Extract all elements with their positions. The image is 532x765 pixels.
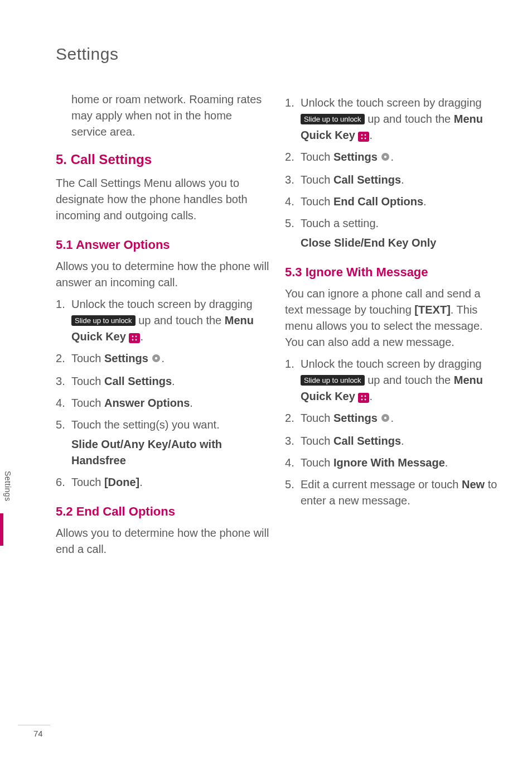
step-6: Touch [Done].	[56, 474, 269, 490]
menu-quick-key-icon	[358, 393, 369, 403]
step-5: Touch the setting(s) you want. Slide Out…	[56, 417, 269, 469]
side-tab-label: Settings	[0, 469, 16, 505]
page-title: Settings	[56, 45, 499, 64]
step-3: Touch Call Settings.	[56, 373, 269, 389]
ignore-with-message-steps: Unlock the touch screen by dragging Slid…	[285, 356, 499, 509]
svg-point-3	[136, 339, 137, 340]
page-number: 74	[33, 729, 532, 738]
svg-point-1	[136, 335, 137, 337]
step-5: Touch a setting. Close Slide/End Key Onl…	[285, 215, 499, 251]
slide-unlock-badge: Slide up to unlock	[71, 315, 136, 326]
svg-point-0	[132, 335, 134, 337]
svg-point-8	[361, 138, 363, 139]
left-column: home or roam network. Roaming rates may …	[56, 92, 269, 563]
settings-gear-icon	[380, 411, 390, 427]
intro-continued: home or roam network. Roaming rates may …	[56, 92, 269, 140]
svg-point-15	[365, 398, 366, 400]
end-call-options-desc: Allows you to determine how the phone wi…	[56, 525, 269, 557]
step-3: Touch Call Settings.	[285, 433, 499, 449]
step-2: Touch Settings .	[285, 410, 499, 427]
svg-point-2	[132, 339, 134, 340]
step-5-options: Slide Out/Any Key/Auto with Handsfree	[71, 436, 269, 469]
step-4: Touch Ignore With Message.	[285, 455, 499, 471]
step-1: Unlock the touch screen by dragging Slid…	[56, 296, 269, 345]
heading-end-call-options: 5.2 End Call Options	[56, 503, 269, 521]
settings-gear-icon	[151, 352, 161, 368]
slide-unlock-badge: Slide up to unlock	[301, 114, 365, 124]
step-2: Touch Settings .	[56, 350, 269, 368]
heading-answer-options: 5.1 Answer Options	[56, 236, 269, 254]
step-4: Touch Answer Options.	[56, 395, 269, 411]
step-3: Touch Call Settings.	[285, 172, 499, 188]
heading-ignore-with-message: 5.3 Ignore With Message	[285, 263, 499, 281]
svg-point-12	[361, 395, 363, 397]
call-settings-desc: The Call Settings Menu allows you to des…	[56, 175, 269, 224]
svg-point-5	[155, 357, 157, 359]
svg-point-14	[361, 398, 363, 400]
side-tab-bar	[0, 513, 3, 546]
step-1: Unlock the touch screen by dragging Slid…	[285, 95, 499, 143]
settings-gear-icon	[380, 150, 390, 166]
slide-unlock-badge: Slide up to unlock	[301, 375, 365, 386]
side-tab: Settings	[0, 469, 16, 505]
svg-point-11	[384, 156, 386, 158]
step-4: Touch End Call Options.	[285, 194, 499, 210]
step-5: Edit a current message or touch New to e…	[285, 477, 499, 509]
menu-quick-key-icon	[129, 333, 140, 343]
step-5-options: Close Slide/End Key Only	[301, 235, 499, 251]
step-2: Touch Settings .	[285, 149, 499, 166]
svg-point-6	[361, 134, 363, 136]
svg-point-13	[365, 395, 366, 397]
answer-options-steps: Unlock the touch screen by dragging Slid…	[56, 296, 269, 490]
step-1: Unlock the touch screen by dragging Slid…	[285, 356, 499, 405]
page-footer: 74	[0, 725, 532, 738]
menu-quick-key-icon	[358, 132, 369, 142]
ignore-with-message-desc: You can ignore a phone call and send a t…	[285, 286, 499, 350]
answer-options-desc: Allows you to determine how the phone wi…	[56, 258, 269, 291]
svg-point-7	[365, 134, 366, 136]
svg-point-9	[365, 138, 366, 139]
heading-call-settings: 5. Call Settings	[56, 150, 269, 170]
end-call-steps: Unlock the touch screen by dragging Slid…	[285, 95, 499, 251]
svg-point-17	[384, 417, 386, 419]
right-column: Unlock the touch screen by dragging Slid…	[285, 92, 499, 563]
